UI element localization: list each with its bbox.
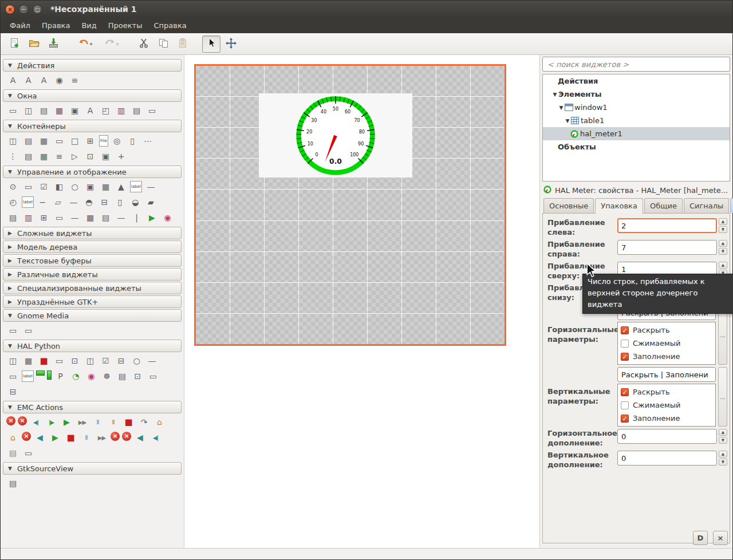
palette-widget-icon[interactable]: II <box>91 416 104 428</box>
grid-cell[interactable] <box>436 283 470 313</box>
grid-cell[interactable] <box>299 252 333 282</box>
grid-cell[interactable] <box>368 190 401 220</box>
table1-widget[interactable]: 01020304050607080901000.0 <box>194 64 506 346</box>
palette-widget-icon[interactable]: × <box>122 432 131 441</box>
palette-widget-icon[interactable]: A <box>84 105 97 116</box>
palette-widget-icon[interactable]: ◫ <box>22 105 35 116</box>
palette-section-header[interactable]: ▼GtkSourceView <box>3 462 182 475</box>
paste-button[interactable] <box>174 36 192 53</box>
palette-widget-icon[interactable]: ⊞ <box>37 212 50 223</box>
grid-cell[interactable] <box>265 190 298 220</box>
tree-item-Элементы[interactable]: ▼Элементы <box>543 88 730 101</box>
palette-widget-icon[interactable]: ▭ <box>53 355 66 366</box>
palette-widget-icon[interactable]: ■ <box>64 432 77 443</box>
devhelp-button[interactable]: D <box>693 531 708 545</box>
grid-cell[interactable] <box>196 252 230 282</box>
grid-cell[interactable] <box>436 128 470 158</box>
grid-cell[interactable] <box>333 252 367 282</box>
checkbox-checked-icon[interactable]: ✓ <box>621 353 629 361</box>
spin-up-icon[interactable]: ▲ <box>719 240 727 247</box>
palette-widget-icon[interactable]: ☑ <box>37 181 50 192</box>
palette-widget-icon[interactable]: label <box>130 181 142 192</box>
save-project-button[interactable] <box>44 36 62 53</box>
option-Заполнение[interactable]: ✓Заполнение <box>621 350 712 363</box>
spin-down-icon[interactable]: ▼ <box>719 459 727 466</box>
palette-widget-icon[interactable]: ◓ <box>82 196 96 208</box>
option-Заполнение[interactable]: ✓Заполнение <box>621 412 712 425</box>
grid-cell[interactable] <box>402 314 436 344</box>
widget-search-input[interactable] <box>542 57 730 72</box>
attach-field-0-input[interactable]: 2 <box>617 218 717 233</box>
palette-widget-icon[interactable]: ◀| <box>29 416 42 428</box>
new-project-button[interactable] <box>5 36 23 53</box>
tree-item-Действия[interactable]: Действия <box>543 74 730 88</box>
palette-widget-icon[interactable]: ▭ <box>22 181 35 192</box>
tree-item-hal_meter1[interactable]: hal_meter1 <box>543 127 730 140</box>
palette-widget-icon[interactable]: ▲ <box>115 181 128 192</box>
grid-cell[interactable] <box>299 190 333 220</box>
expander-icon[interactable]: ▼ <box>564 118 571 124</box>
grid-cell[interactable] <box>471 283 505 313</box>
palette-section-header[interactable]: ▶Сложные виджеты <box>3 227 182 239</box>
palette-widget-icon[interactable]: ↷ <box>137 416 151 428</box>
palette-widget-icon[interactable]: ⊟ <box>115 355 128 366</box>
grid-cell[interactable] <box>368 252 401 282</box>
palette-section-header[interactable]: ▼Действия <box>3 59 182 72</box>
palette-widget-icon[interactable]: ▥ <box>22 212 35 223</box>
redo-button[interactable]: ▾ <box>99 36 124 53</box>
checkbox-checked-icon[interactable]: ✓ <box>621 326 629 334</box>
palette-widget-icon[interactable]: ◀ <box>133 432 147 443</box>
spin-up-icon[interactable]: ▲ <box>719 218 727 225</box>
open-project-button[interactable] <box>25 36 43 53</box>
grid-cell[interactable] <box>299 221 333 251</box>
minimize-button[interactable]: − <box>19 5 29 14</box>
checkbox-checked-icon[interactable]: ✓ <box>621 415 629 423</box>
palette-widget-icon[interactable]: ≡ <box>68 74 81 86</box>
grid-cell[interactable] <box>196 283 230 313</box>
param-summary-entry[interactable]: Раскрыть | Заполнени <box>617 367 716 382</box>
palette-widget-icon[interactable]: ▭ <box>147 370 160 382</box>
grid-cell[interactable] <box>196 66 230 96</box>
palette-widget-icon[interactable]: ▣ <box>68 105 81 116</box>
grid-cell[interactable] <box>471 66 505 96</box>
menu-item-4[interactable]: Справка <box>148 19 192 32</box>
palette-section-header[interactable]: ▼Gnome Media <box>3 309 182 322</box>
grid-cell[interactable] <box>230 66 264 96</box>
palette-widget-icon[interactable]: ▭ <box>53 135 66 147</box>
grid-cell[interactable] <box>471 159 505 189</box>
checkbox-checked-icon[interactable]: ✓ <box>621 388 629 396</box>
undo-button[interactable]: ▾ <box>73 36 98 53</box>
grid-cell[interactable] <box>265 221 298 251</box>
grid-cell[interactable] <box>402 283 436 313</box>
palette-widget-icon[interactable]: ◫ <box>84 355 97 366</box>
palette-widget-icon[interactable]: ▣ <box>84 181 97 192</box>
palette-widget-icon[interactable]: ▶▶ <box>95 432 108 443</box>
palette-widget-icon[interactable]: — <box>144 181 157 192</box>
grid-cell[interactable] <box>471 314 505 344</box>
tab-accessibility[interactable]: ♿ <box>730 198 733 213</box>
grid-cell[interactable] <box>333 66 367 96</box>
palette-widget-icon[interactable]: P <box>54 370 67 382</box>
palette-widget-icon[interactable]: ▭ <box>22 325 35 336</box>
palette-widget-icon[interactable]: ◒ <box>129 196 142 208</box>
palette-widget-icon[interactable]: ▭ <box>53 212 66 223</box>
cut-button[interactable] <box>135 36 153 53</box>
grid-cell[interactable] <box>402 252 436 282</box>
palette-section-header[interactable]: ▼EMC Actions <box>3 401 182 413</box>
grid-cell[interactable] <box>265 314 298 344</box>
palette-widget-icon[interactable]: × <box>6 416 15 425</box>
palette-widget-icon[interactable]: ☸ <box>100 370 113 382</box>
grid-cell[interactable] <box>368 66 401 96</box>
grid-cell[interactable] <box>230 283 264 313</box>
palette-widget-icon[interactable]: A <box>6 74 19 86</box>
palette-widget-icon[interactable]: ⌂ <box>6 432 19 443</box>
option-Раскрыть[interactable]: ✓Раскрыть <box>621 385 712 399</box>
copy-button[interactable] <box>154 36 172 53</box>
palette-widget-icon[interactable]: — <box>145 355 159 366</box>
palette-widget-icon[interactable]: □ <box>68 135 81 147</box>
grid-cell[interactable] <box>436 314 470 344</box>
grid-cell[interactable] <box>471 221 505 251</box>
grid-cell[interactable] <box>333 283 367 313</box>
grid-cell[interactable] <box>230 252 264 282</box>
palette-widget-icon[interactable]: ▤ <box>130 105 143 116</box>
